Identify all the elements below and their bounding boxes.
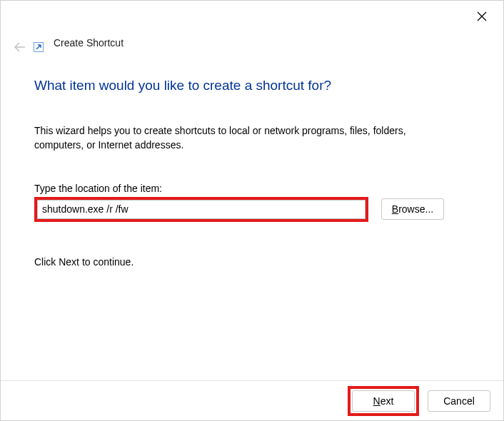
next-label-rest: ext [380, 395, 394, 407]
dialog-footer: Next Cancel [1, 380, 503, 420]
browse-mnemonic: B [392, 203, 398, 215]
shortcut-arrow-icon [34, 42, 44, 52]
location-row: Browse... [34, 197, 470, 222]
location-input[interactable] [37, 200, 366, 219]
back-arrow-icon [11, 38, 29, 56]
headline: What item would you like to create a sho… [34, 78, 470, 93]
content-area: What item would you like to create a sho… [34, 72, 470, 268]
next-mnemonic: N [373, 395, 380, 407]
location-input-highlight [34, 197, 368, 222]
browse-button[interactable]: Browse... [381, 198, 444, 220]
next-button-highlight: Next [348, 386, 419, 416]
browse-label-rest: rowse... [398, 203, 433, 215]
helper-text: This wizard helps you to create shortcut… [34, 123, 434, 153]
dialog-title: Create Shortcut [54, 37, 124, 49]
next-button[interactable]: Next [352, 390, 415, 412]
location-label: Type the location of the item: [34, 183, 470, 194]
cancel-button[interactable]: Cancel [428, 390, 490, 412]
close-icon[interactable] [473, 8, 490, 25]
continue-text: Click Next to continue. [34, 256, 470, 268]
